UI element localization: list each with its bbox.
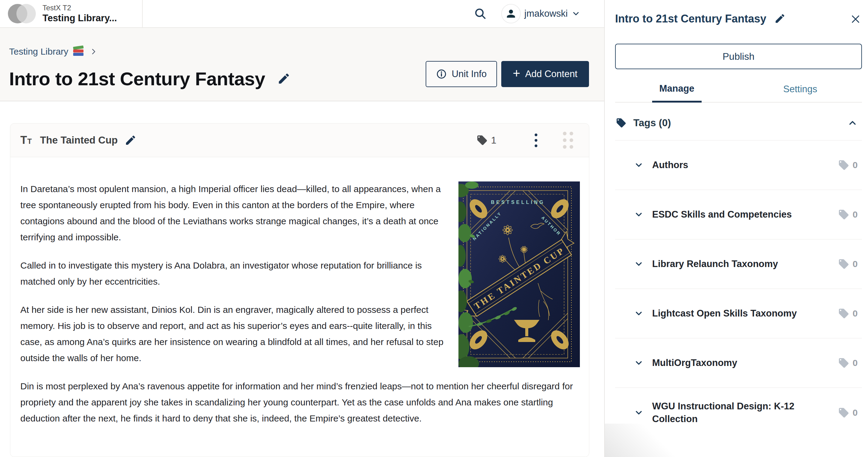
text-component-icon: TT: [20, 134, 32, 146]
chevron-down-icon[interactable]: [634, 259, 644, 269]
edit-title-icon[interactable]: [277, 72, 290, 85]
user-menu-button[interactable]: jmakowski: [501, 4, 581, 23]
component-tag-count: 1: [491, 135, 496, 146]
taxonomy-row[interactable]: Authors 0: [615, 140, 862, 190]
org-logo: [8, 4, 36, 23]
breadcrumb-chevron-icon: [90, 47, 97, 56]
drag-handle-icon[interactable]: [563, 132, 573, 149]
taxonomy-row[interactable]: ESDC Skills and Competencies 0: [615, 190, 862, 239]
unit-info-label: Unit Info: [452, 69, 487, 79]
component-body: BESTSELLING NATIONALLY AUTHOR: [10, 157, 589, 457]
top-header: TestX T2 Testing Library... jmak: [0, 0, 604, 28]
chevron-down-icon[interactable]: [634, 210, 644, 219]
publish-button[interactable]: Publish: [615, 44, 862, 69]
breadcrumb-library-label: Testing Library: [9, 46, 68, 57]
info-icon: [436, 69, 447, 79]
taxonomy-tag-count: 0: [852, 407, 858, 418]
book-cover-image: BESTSELLING NATIONALLY AUTHOR: [459, 182, 580, 367]
tag-icon: [838, 159, 849, 171]
taxonomy-label: WGU Instructional Design: K-12 Collectio…: [652, 400, 834, 425]
component-card: TT The Tainted Cup 1: [10, 123, 589, 457]
tag-icon: [616, 118, 627, 128]
taxonomy-label: Library Relaunch Taxonomy: [652, 258, 778, 270]
chevron-down-icon: [571, 9, 581, 18]
taxonomy-row[interactable]: WGU Instructional Design: K-12 Collectio…: [615, 388, 862, 437]
main-column: TestX T2 Testing Library... jmak: [0, 0, 604, 457]
breadcrumb: Testing Library: [9, 45, 604, 58]
tagging-sidebar: Intro to 21st Century Fantasy Publish Ma…: [604, 0, 868, 457]
taxonomy-tag-count: 0: [852, 358, 858, 368]
component-title: The Tainted Cup: [40, 134, 118, 146]
taxonomy-row[interactable]: Lightcast Open Skills Taxonomy 0: [615, 289, 862, 338]
unit-actions: Unit Info + Add Content: [426, 61, 589, 87]
org-block[interactable]: TestX T2 Testing Library...: [8, 0, 143, 27]
taxonomy-label: Authors: [652, 159, 688, 171]
chevron-up-icon[interactable]: [847, 118, 858, 128]
chevron-down-icon[interactable]: [634, 308, 644, 318]
sidebar-header: Intro to 21st Century Fantasy: [615, 12, 862, 26]
component-card-header: TT The Tainted Cup 1: [10, 124, 589, 157]
component-menu-icon[interactable]: [535, 133, 537, 147]
taxonomy-tag-count: 0: [852, 259, 858, 269]
close-icon[interactable]: [849, 13, 862, 26]
library-name: Testing Library...: [42, 12, 117, 24]
tags-header-label: Tags (0): [633, 117, 671, 129]
topbar-right: jmakowski: [473, 4, 581, 23]
component-paragraph: Din is most perplexed by Ana’s ravenous …: [20, 378, 580, 426]
app-root: TestX T2 Testing Library... jmak: [0, 0, 868, 457]
avatar: [501, 4, 521, 23]
add-content-button[interactable]: + Add Content: [501, 61, 589, 87]
chevron-down-icon[interactable]: [634, 160, 644, 170]
tab-settings[interactable]: Settings: [739, 83, 862, 102]
tab-manage-label[interactable]: Manage: [652, 83, 702, 103]
org-name: TestX T2: [42, 3, 117, 12]
add-content-label: Add Content: [525, 69, 578, 79]
search-icon[interactable]: [473, 7, 487, 21]
taxonomy-row[interactable]: Library Relaunch Taxonomy 0: [615, 239, 862, 289]
taxonomy-list: Authors 0 ESDC Skills and Competencies 0…: [615, 140, 862, 437]
unit-info-button[interactable]: Unit Info: [426, 61, 497, 87]
taxonomy-row[interactable]: MultiOrgTaxonomy 0: [615, 338, 862, 388]
taxonomy-tag-count: 0: [852, 160, 858, 170]
taxonomy-tag-count: 0: [852, 308, 858, 319]
breadcrumb-library-link[interactable]: Testing Library: [9, 45, 85, 58]
taxonomy-label: ESDC Skills and Competencies: [652, 208, 792, 221]
tag-icon: [476, 134, 488, 146]
tag-icon: [838, 258, 849, 270]
page-title: Intro to 21st Century Fantasy: [9, 68, 265, 90]
svg-text:BESTSELLING: BESTSELLING: [491, 200, 545, 205]
plus-icon: +: [513, 67, 520, 80]
tag-icon: [838, 407, 849, 419]
unit-content-area: TT The Tainted Cup 1: [0, 101, 604, 457]
title-band: Testing Library Intro to 21st Century Fa…: [0, 28, 604, 101]
taxonomy-label: Lightcast Open Skills Taxonomy: [652, 307, 797, 320]
component-tag-count-button[interactable]: 1: [476, 134, 496, 146]
chevron-down-icon[interactable]: [634, 408, 644, 418]
username-label: jmakowski: [524, 8, 568, 19]
books-icon: [72, 45, 85, 58]
tag-icon: [838, 209, 849, 220]
taxonomy-tag-count: 0: [852, 209, 858, 220]
sidebar-edit-title-icon[interactable]: [774, 13, 786, 24]
sidebar-tabs: Manage Settings: [615, 83, 862, 103]
tab-manage[interactable]: Manage: [615, 83, 739, 102]
tag-icon: [838, 357, 849, 369]
sidebar-title: Intro to 21st Century Fantasy: [615, 12, 766, 25]
edit-component-title-icon[interactable]: [124, 134, 136, 146]
tab-settings-label[interactable]: Settings: [776, 83, 825, 102]
chevron-down-icon[interactable]: [634, 358, 644, 368]
tag-icon: [838, 308, 849, 319]
taxonomy-label: MultiOrgTaxonomy: [652, 357, 737, 369]
tags-section-header: Tags (0): [615, 103, 862, 140]
